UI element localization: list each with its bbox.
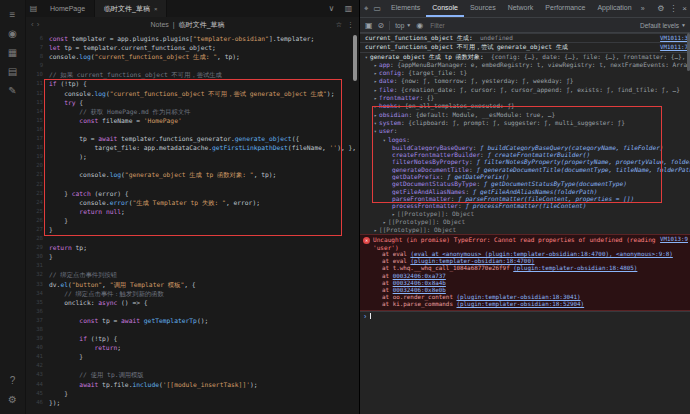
console-row[interactable]: ▸file: {creation_date: ƒ, cursor: ƒ, cur… — [360, 86, 690, 94]
tab-active[interactable]: 临时文件_草稿× — [95, 0, 167, 17]
code-editor[interactable]: 6const templater = app.plugins.plugins["… — [26, 32, 359, 414]
view-header-icons: ☆⋮ — [336, 21, 354, 29]
devtools-settings-icon[interactable]: ⚙ — [657, 4, 664, 13]
stack-source-link[interactable]: 00032406:0x8e0b — [393, 287, 446, 293]
stack-source-link[interactable]: (plugin:templater-obsidian:18:3041) — [456, 294, 580, 300]
more-tabs-icon[interactable]: » — [638, 0, 648, 17]
daily-note-icon[interactable]: ▤ — [4, 62, 22, 81]
line-number: 6 — [26, 34, 49, 43]
stack-source-link[interactable]: 00032406:0x8a4b — [393, 280, 446, 286]
console-row[interactable]: ▸[[Prototype]]: Object — [360, 210, 690, 218]
console-row[interactable]: ▸system: {clipboard: ƒ, prompt: ƒ, sugge… — [360, 119, 690, 127]
more-options-icon[interactable]: ⋮ — [347, 21, 354, 29]
disclosure-triangle-icon[interactable]: ▸ — [381, 139, 388, 142]
stack-source-link[interactable]: (eval at <anonymous> (plugin:templater-o… — [410, 251, 672, 257]
bookmark-icon[interactable]: ☆ — [336, 21, 342, 29]
devtools-right-icons: ⚙⋮× — [653, 0, 690, 17]
disclosure-triangle-icon[interactable]: ▸ — [374, 62, 377, 69]
disclosure-triangle-icon[interactable]: ▸ — [374, 112, 377, 119]
disclosure-triangle-icon[interactable]: ▸ — [372, 122, 379, 125]
code-line: 12 console.log("current_functions_object… — [26, 89, 359, 98]
ribbon-bottom: ?⚙ — [4, 371, 22, 409]
settings-gear-icon[interactable]: ⚙ — [4, 390, 22, 409]
help-icon[interactable]: ? — [4, 371, 22, 390]
code-line: 28 — [26, 234, 359, 243]
disclosure-triangle-icon[interactable]: ▸ — [363, 56, 370, 59]
inspect-element-icon[interactable]: ⌖ — [364, 4, 369, 14]
insert-template-icon[interactable]: ✎ — [4, 81, 22, 100]
right-sidebar-toggle-icon[interactable]: ▥ — [341, 4, 356, 13]
source-link[interactable]: VM1011:7 — [656, 44, 688, 51]
code-line: 29return tp; — [26, 243, 359, 252]
console-row[interactable]: ▸[[Prototype]]: Object — [360, 218, 690, 226]
console-row[interactable]: ▸hooks: {on_all_templates_executed: ƒ} — [360, 102, 690, 110]
stack-source-link[interactable]: (plugin:templater-obsidian:18:4805) — [513, 265, 637, 271]
error-source-link[interactable]: VM1013:9 — [656, 236, 688, 243]
disclosure-triangle-icon[interactable]: ▸ — [383, 219, 386, 226]
console-sidebar-icon[interactable]: ▣ — [365, 21, 373, 30]
console-row[interactable]: ▸user: — [360, 127, 690, 135]
console-row[interactable]: ▸generate_object 生成 tp 函数对象: {config: {…… — [360, 52, 690, 61]
disclosure-triangle-icon[interactable]: ▸ — [374, 78, 377, 85]
devtools-tab-application[interactable]: Application — [591, 0, 637, 17]
canvas-icon[interactable]: ▦ — [4, 43, 22, 62]
console-row[interactable]: ▸app: {appMenuBarManager: e, embedRegist… — [360, 61, 690, 69]
console-row[interactable]: ▸obsidian: {default: Module, __esModule:… — [360, 111, 690, 119]
breadcrumb-folder[interactable]: Notes — [151, 21, 169, 28]
error-stack-line: at oo.render_content (plugin:templater-o… — [360, 294, 690, 301]
left-sidebar-toggle-icon[interactable]: ▤ — [26, 0, 41, 17]
devtools-tab-performance[interactable]: Performance — [539, 0, 591, 17]
code-line: 43 // 使用 tp.调用模版 — [26, 370, 359, 379]
javascript-context-selector[interactable]: top ▼ — [395, 22, 411, 29]
line-number: 34 — [26, 289, 49, 298]
error-message-row[interactable]: × Uncaught (in promise) TypeError: Canno… — [360, 236, 690, 251]
disclosure-triangle-icon[interactable]: ▸ — [372, 130, 379, 133]
code-line: 39 if (!tp) { — [26, 334, 359, 343]
console-row[interactable]: ▸[[Prototype]]: Object — [360, 226, 690, 234]
disclosure-triangle-icon[interactable]: ▸ — [392, 211, 395, 218]
clear-console-icon[interactable]: ⊘ — [378, 21, 385, 30]
note-title[interactable]: 临时文件_草稿 — [179, 20, 225, 30]
device-toolbar-icon[interactable]: ▭ — [374, 4, 382, 13]
devtools-menu-icon[interactable]: ⋮ — [669, 4, 677, 13]
tab-list-icon[interactable]: ∨ — [324, 4, 339, 13]
tabbar-right-icons: ∨▥ — [324, 0, 359, 17]
disclosure-triangle-icon[interactable]: ▸ — [374, 87, 377, 94]
devtools-tab-sources[interactable]: Sources — [464, 0, 502, 17]
code-line: 6const templater = app.plugins.plugins["… — [26, 34, 359, 43]
devtools-tab-elements[interactable]: Elements — [385, 0, 426, 17]
devtools-tab-network[interactable]: Network — [502, 0, 540, 17]
console-row[interactable]: ▸logos: — [360, 136, 690, 144]
tab-inactive[interactable]: HomePage — [41, 0, 95, 17]
console-row[interactable]: ▸config: {target_file: t} — [360, 69, 690, 77]
live-expression-eye-icon[interactable]: ◉ — [416, 21, 423, 30]
stack-source-link[interactable]: (plugin:templater-obsidian:18:52904) — [456, 301, 584, 307]
stack-source-link[interactable]: 00032406:0xa737 — [393, 273, 446, 279]
graph-view-icon[interactable]: ◉ — [4, 24, 22, 43]
console-row[interactable]: ▸date: {now: ƒ, tomorrow: ƒ, yesterday: … — [360, 77, 690, 85]
quick-switcher-icon[interactable]: ≡ — [4, 5, 22, 24]
code-line: 15 const fileName = 'HomePage' — [26, 116, 359, 125]
editor-scrollbar[interactable] — [353, 35, 357, 81]
log-levels-selector[interactable]: Default levels ▼ — [640, 22, 686, 29]
disclosure-triangle-icon[interactable]: ▸ — [374, 103, 377, 110]
code-line: 34 // 绑定点击事件：触发到新的函数 — [26, 289, 359, 298]
app-window: ≡◉▦▤✎ ?⚙ ▤ HomePage临时文件_草稿× ∨▥ ‹ › Notes… — [0, 0, 690, 414]
disclosure-triangle-icon[interactable]: ▸ — [374, 95, 377, 102]
line-number: 12 — [26, 89, 49, 98]
source-link[interactable]: VM1011:3 — [656, 35, 688, 42]
tab-close-icon[interactable]: × — [154, 6, 158, 12]
disclosure-triangle-icon[interactable]: ▸ — [374, 70, 377, 77]
line-number: 39 — [26, 334, 49, 343]
code-line: 26 } — [26, 216, 359, 225]
console-prompt[interactable]: › — [360, 311, 690, 321]
stack-source-link[interactable]: (plugin:templater-obsidian:18:4700) — [410, 258, 534, 264]
console-filter-input[interactable] — [428, 21, 635, 30]
code-line: 9 — [26, 61, 359, 70]
disclosure-triangle-icon[interactable]: ▸ — [374, 227, 377, 234]
close-devtools-icon[interactable]: × — [682, 4, 687, 13]
back-arrow-icon[interactable]: ‹ — [31, 20, 34, 29]
devtools-tab-console[interactable]: Console — [426, 0, 464, 17]
code-line: 7let tp = templater.current_functions_ob… — [26, 43, 359, 52]
console-row[interactable]: ▸frontmatter: {} — [360, 94, 690, 102]
